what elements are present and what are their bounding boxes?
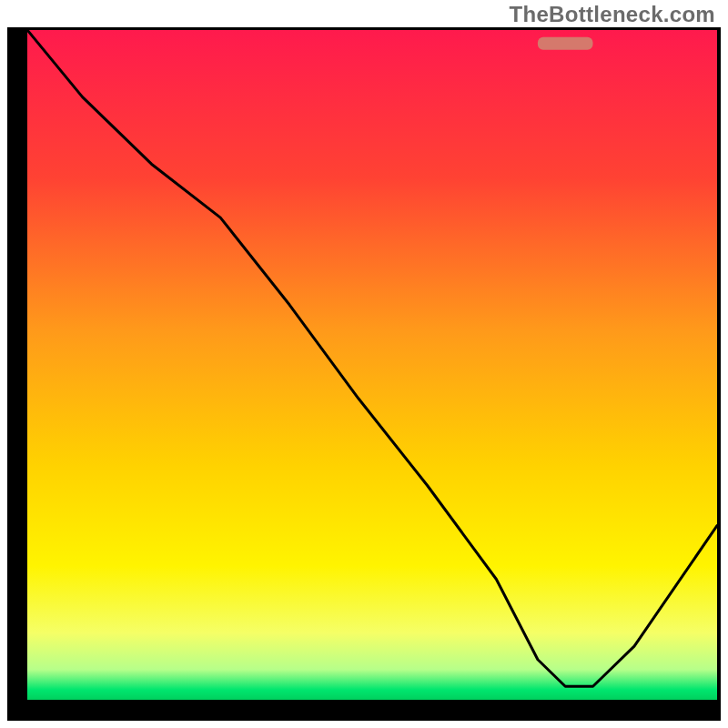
optimum-marker	[538, 37, 593, 50]
chart-frame: TheBottleneck.com	[0, 0, 728, 728]
plot-border	[7, 27, 721, 721]
gradient-rect	[27, 30, 717, 700]
watermark-text: TheBottleneck.com	[510, 2, 715, 27]
chart-svg	[27, 30, 717, 700]
plot-area	[27, 30, 717, 700]
